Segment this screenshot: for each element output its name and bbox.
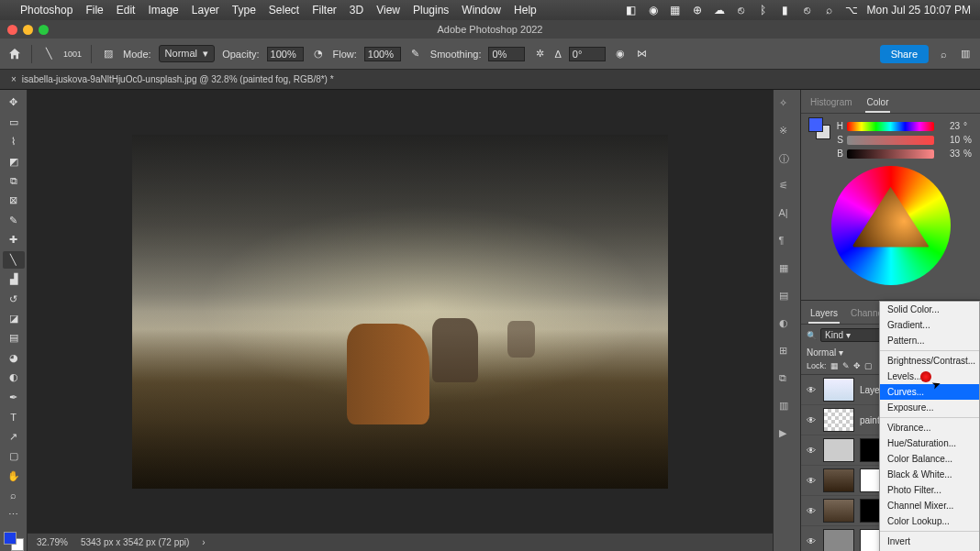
canvas-image[interactable] bbox=[132, 135, 668, 489]
panel-icon[interactable]: ⓘ bbox=[779, 152, 796, 169]
path-tool-icon[interactable]: ↗ bbox=[3, 427, 25, 445]
panel-icon[interactable]: ⧉ bbox=[779, 372, 796, 389]
layer-thumbnail[interactable] bbox=[823, 408, 854, 432]
document-dimensions[interactable]: 5343 px x 3542 px (72 ppi) bbox=[81, 537, 189, 547]
type-tool-icon[interactable]: T bbox=[3, 408, 25, 425]
hue-value[interactable]: 23 bbox=[938, 121, 960, 131]
menu-plugins[interactable]: Plugins bbox=[413, 4, 449, 17]
panel-icon[interactable]: ※ bbox=[779, 125, 796, 141]
menu-photo-filter[interactable]: Photo Filter... bbox=[880, 482, 979, 498]
menu-select[interactable]: Select bbox=[269, 4, 299, 17]
brush-tool-icon[interactable]: ╲ bbox=[41, 47, 56, 61]
bluetooth-icon[interactable]: ᛒ bbox=[757, 4, 770, 17]
menu-help[interactable]: Help bbox=[514, 4, 537, 17]
bri-slider[interactable] bbox=[847, 149, 934, 159]
wifi-icon[interactable]: ⎋ bbox=[801, 4, 814, 17]
character-panel-icon[interactable]: A| bbox=[779, 207, 796, 224]
flow-input[interactable] bbox=[364, 47, 401, 61]
layer-visibility-icon[interactable]: 👁 bbox=[807, 476, 818, 486]
window-minimize-button[interactable] bbox=[23, 25, 33, 35]
sat-slider[interactable] bbox=[847, 136, 934, 145]
menu-color-lookup[interactable]: Color Lookup... bbox=[880, 513, 979, 529]
color-swatch[interactable] bbox=[4, 532, 24, 551]
gradient-tool-icon[interactable]: ▤ bbox=[3, 329, 25, 347]
smoothing-input[interactable] bbox=[488, 47, 525, 61]
foreground-color[interactable] bbox=[4, 532, 17, 545]
lasso-tool-icon[interactable]: ⌇ bbox=[3, 133, 25, 150]
layer-visibility-icon[interactable]: 👁 bbox=[807, 385, 818, 395]
dodge-tool-icon[interactable]: ◐ bbox=[3, 369, 25, 386]
status-icon[interactable]: ⎋ bbox=[735, 4, 748, 17]
eyedropper-tool-icon[interactable]: ✎ bbox=[3, 212, 25, 229]
menu-pattern[interactable]: Pattern... bbox=[880, 333, 979, 348]
panel-icon[interactable]: ⚟ bbox=[779, 180, 796, 196]
panel-icon[interactable]: ▶ bbox=[779, 427, 796, 444]
menu-vibrance[interactable]: Vibrance... bbox=[880, 420, 979, 435]
lock-pixels-icon[interactable]: ▦ bbox=[830, 361, 839, 370]
menu-layer[interactable]: Layer bbox=[192, 4, 219, 17]
share-button[interactable]: Share bbox=[880, 45, 929, 63]
status-icon[interactable]: ☁ bbox=[713, 4, 726, 17]
menu-edit[interactable]: Edit bbox=[117, 4, 136, 17]
history-brush-tool-icon[interactable]: ↺ bbox=[3, 290, 25, 307]
color-tab[interactable]: Color bbox=[865, 94, 891, 113]
brush-preset-icon[interactable]: ▨ bbox=[101, 47, 116, 61]
workspace-switcher-icon[interactable]: ▥ bbox=[958, 47, 973, 61]
search-icon[interactable]: ⌕ bbox=[823, 4, 836, 17]
menu-gradient[interactable]: Gradient... bbox=[880, 317, 979, 333]
edit-toolbar-icon[interactable]: ⋯ bbox=[3, 506, 25, 523]
histogram-tab[interactable]: Histogram bbox=[808, 94, 854, 113]
stamp-tool-icon[interactable]: ▟ bbox=[3, 270, 25, 288]
menu-window[interactable]: Window bbox=[462, 4, 501, 17]
lock-artboard-icon[interactable]: ▢ bbox=[864, 361, 873, 370]
pressure-size-icon[interactable]: ◉ bbox=[613, 47, 628, 61]
layer-thumbnail[interactable] bbox=[823, 468, 854, 492]
menu-file[interactable]: File bbox=[85, 4, 103, 17]
home-icon[interactable] bbox=[7, 47, 22, 61]
menu-filter[interactable]: Filter bbox=[312, 4, 337, 17]
crop-tool-icon[interactable]: ⧉ bbox=[3, 172, 25, 190]
menu-channel-mixer[interactable]: Channel Mixer... bbox=[880, 498, 979, 513]
search-icon[interactable]: ⌕ bbox=[936, 47, 951, 61]
brush-size-value[interactable]: 1001 bbox=[63, 50, 82, 59]
menu-solid-color[interactable]: Solid Color... bbox=[880, 302, 979, 317]
panel-icon[interactable]: ▦ bbox=[779, 262, 796, 279]
panel-icon[interactable]: ▥ bbox=[779, 400, 796, 416]
zoom-tool-icon[interactable]: ⌕ bbox=[3, 487, 25, 504]
status-icon[interactable]: ◧ bbox=[625, 4, 638, 17]
layer-thumbnail[interactable] bbox=[823, 499, 854, 523]
angle-input[interactable] bbox=[569, 47, 606, 61]
menu-image[interactable]: Image bbox=[148, 4, 178, 17]
menu-3d[interactable]: 3D bbox=[350, 4, 363, 17]
color-panel-swatch[interactable] bbox=[808, 117, 830, 139]
layer-visibility-icon[interactable]: 👁 bbox=[807, 536, 818, 546]
menu-brightness-contrast[interactable]: Brightness/Contrast... bbox=[880, 353, 979, 369]
menu-black-white[interactable]: Black & White... bbox=[880, 467, 979, 482]
menu-exposure[interactable]: Exposure... bbox=[880, 400, 979, 415]
hue-slider[interactable] bbox=[847, 122, 934, 131]
panel-icon[interactable]: ◐ bbox=[779, 317, 796, 334]
symmetry-icon[interactable]: ⋈ bbox=[635, 47, 650, 61]
status-icon[interactable]: ◉ bbox=[647, 4, 660, 17]
clock[interactable]: Mon Jul 25 10:07 PM bbox=[867, 4, 971, 17]
hand-tool-icon[interactable]: ✋ bbox=[3, 467, 25, 484]
layer-visibility-icon[interactable]: 👁 bbox=[807, 446, 818, 456]
window-close-button[interactable] bbox=[7, 25, 17, 35]
smoothing-options-icon[interactable]: ✲ bbox=[532, 47, 547, 61]
lock-position-icon[interactable]: ✥ bbox=[853, 361, 861, 370]
menu-hue-saturation[interactable]: Hue/Saturation... bbox=[880, 435, 979, 451]
healing-tool-icon[interactable]: ✚ bbox=[3, 231, 25, 248]
layers-tab[interactable]: Layers bbox=[808, 304, 840, 324]
paragraph-panel-icon[interactable]: ¶ bbox=[779, 235, 796, 251]
menu-type[interactable]: Type bbox=[232, 4, 256, 17]
frame-tool-icon[interactable]: ⊠ bbox=[3, 192, 25, 209]
opacity-input[interactable] bbox=[267, 47, 304, 61]
lock-brush-icon[interactable]: ✎ bbox=[842, 361, 850, 370]
move-tool-icon[interactable]: ✥ bbox=[3, 94, 25, 111]
blur-tool-icon[interactable]: ◕ bbox=[3, 349, 25, 367]
pen-tool-icon[interactable]: ✒ bbox=[3, 389, 25, 406]
marquee-tool-icon[interactable]: ▭ bbox=[3, 113, 25, 130]
panel-icon[interactable]: ✧ bbox=[779, 97, 796, 114]
menu-color-balance[interactable]: Color Balance... bbox=[880, 451, 979, 467]
zoom-level[interactable]: 32.79% bbox=[37, 537, 68, 547]
